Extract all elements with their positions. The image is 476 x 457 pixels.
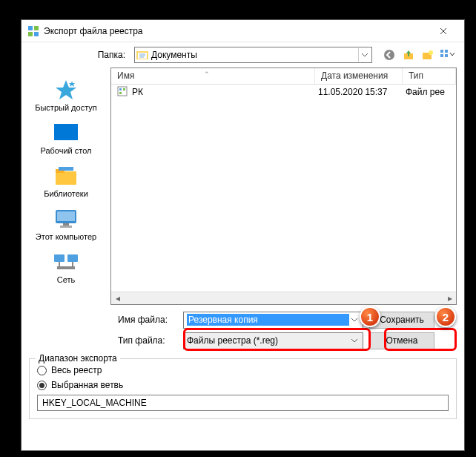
up-button[interactable] — [400, 47, 417, 63]
export-legend: Диапазон экспорта — [36, 353, 120, 364]
new-folder-button[interactable] — [420, 47, 436, 63]
svg-rect-26 — [119, 88, 122, 91]
svg-rect-3 — [34, 32, 39, 36]
scroll-left-icon[interactable]: ◂ — [111, 293, 124, 304]
svg-rect-2 — [28, 32, 33, 36]
view-menu-button[interactable] — [439, 47, 455, 63]
svg-rect-27 — [123, 88, 125, 91]
place-quick-access[interactable]: Быстрый доступ — [29, 75, 103, 115]
folder-select[interactable]: Документы — [134, 47, 372, 63]
scroll-right-icon[interactable]: ▸ — [443, 293, 456, 304]
svg-rect-21 — [60, 226, 72, 228]
svg-rect-17 — [59, 167, 73, 171]
computer-icon — [53, 207, 79, 231]
cancel-button[interactable]: Отмена — [369, 332, 434, 349]
close-button[interactable] — [429, 21, 458, 42]
star-icon — [53, 78, 79, 102]
svg-rect-19 — [57, 211, 75, 221]
col-type[interactable]: Тип — [403, 68, 456, 84]
toolbar — [375, 47, 455, 63]
svg-rect-13 — [445, 54, 448, 57]
folder-label: Папка: — [22, 50, 131, 60]
filename-value: Резервная копия — [187, 314, 349, 326]
chevron-down-icon — [358, 48, 370, 62]
back-button[interactable] — [381, 47, 397, 63]
dialog-title: Экспорт файла реестра — [44, 26, 429, 36]
filename-input[interactable]: Резервная копия — [183, 312, 363, 329]
file-fields: Имя файла: Резервная копия Сохранить Тип… — [22, 305, 464, 355]
radio-all[interactable] — [37, 366, 47, 375]
radio-all-label: Весь реестр — [51, 365, 102, 375]
file-date: 11.05.2020 15:37 — [318, 87, 406, 97]
file-row[interactable]: РК 11.05.2020 15:37 Файл рее — [111, 85, 456, 99]
branch-value: HKEY_LOCAL_MACHINE — [42, 398, 147, 408]
svg-rect-10 — [440, 50, 443, 53]
col-name[interactable]: Имя — [111, 68, 315, 84]
svg-point-6 — [384, 50, 394, 60]
filetype-select[interactable]: Файлы реестра (*.reg) — [183, 332, 363, 349]
regedit-icon — [27, 25, 39, 37]
horizontal-scrollbar[interactable]: ◂ ▸ — [111, 292, 456, 304]
svg-rect-1 — [34, 26, 39, 30]
file-name: РК — [132, 87, 318, 97]
libraries-icon — [53, 164, 79, 188]
radio-selected[interactable] — [37, 381, 47, 390]
filename-row: Имя файла: Резервная копия Сохранить — [22, 309, 457, 330]
branch-input[interactable]: HKEY_LOCAL_MACHINE — [37, 395, 449, 411]
filename-label: Имя файла: — [22, 315, 177, 325]
place-desktop[interactable]: Рабочий стол — [29, 118, 103, 158]
export-dialog: Экспорт файла реестра Папка: Документы — [21, 19, 465, 451]
sort-arrow-icon: ⌃ — [204, 70, 210, 78]
svg-rect-23 — [67, 254, 78, 262]
folder-row: Папка: Документы — [22, 42, 464, 68]
radio-selected-row[interactable]: Выбранная ветвь — [37, 380, 449, 390]
svg-point-9 — [429, 50, 433, 55]
svg-rect-22 — [54, 254, 65, 262]
chevron-down-icon[interactable] — [349, 339, 360, 343]
svg-rect-14 — [54, 124, 78, 140]
col-date[interactable]: Дата изменения — [315, 68, 403, 84]
place-network[interactable]: Сеть — [29, 247, 103, 287]
svg-rect-20 — [63, 223, 69, 226]
place-computer[interactable]: Этот компьютер — [29, 204, 103, 244]
network-icon — [53, 250, 79, 274]
desktop-icon — [53, 121, 79, 145]
svg-rect-28 — [119, 92, 122, 94]
radio-all-row[interactable]: Весь реестр — [37, 365, 449, 375]
annotation-callout-1: 1 — [360, 306, 380, 327]
place-libraries[interactable]: Библиотеки — [29, 161, 103, 201]
regfile-icon — [117, 86, 129, 98]
places-bar: Быстрый доступ Рабочий стол Библиотеки Э… — [22, 68, 110, 305]
body: Быстрый доступ Рабочий стол Библиотеки Э… — [22, 68, 464, 305]
export-range-group: Диапазон экспорта Весь реестр Выбранная … — [29, 358, 457, 419]
filetype-value: Файлы реестра (*.reg) — [187, 335, 349, 346]
folder-value: Документы — [151, 50, 358, 60]
export-radios: Весь реестр Выбранная ветвь — [37, 365, 449, 390]
annotation-callout-2: 2 — [435, 306, 456, 327]
filetype-row: Тип файла: Файлы реестра (*.reg) Отмена — [22, 330, 457, 351]
svg-rect-15 — [56, 171, 76, 185]
svg-rect-25 — [118, 87, 127, 96]
radio-selected-label: Выбранная ветвь — [51, 380, 123, 390]
svg-rect-12 — [440, 54, 443, 57]
file-list[interactable]: Имя ⌃ Дата изменения Тип РК 11.05.2020 1… — [110, 68, 457, 305]
filetype-label: Тип файла: — [22, 335, 177, 346]
svg-rect-24 — [57, 266, 75, 269]
svg-rect-11 — [445, 50, 448, 53]
file-type: Файл рее — [406, 87, 445, 97]
folder-icon — [136, 49, 148, 61]
titlebar: Экспорт файла реестра — [22, 20, 464, 42]
svg-rect-0 — [28, 26, 33, 30]
chevron-down-icon[interactable] — [349, 318, 360, 322]
column-headers[interactable]: Имя ⌃ Дата изменения Тип — [111, 68, 456, 85]
